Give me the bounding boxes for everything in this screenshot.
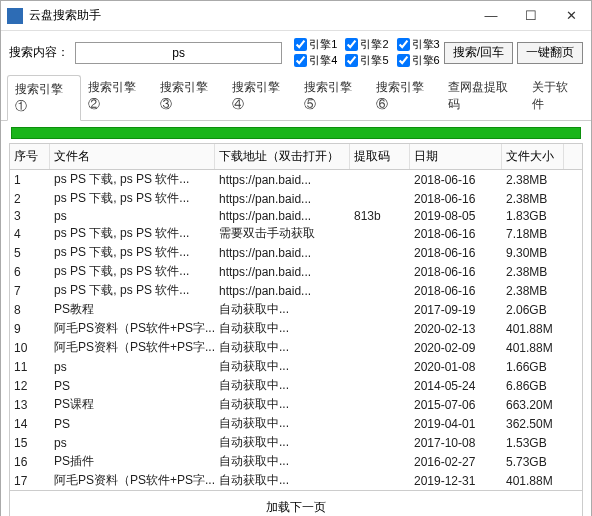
table-row[interactable]: 7ps PS 下载, ps PS 软件...https://pan.baid..… xyxy=(10,281,582,300)
table-row[interactable]: 9阿毛PS资料（PS软件+PS字...自动获取中...2020-02-13401… xyxy=(10,319,582,338)
col-size[interactable]: 文件大小 xyxy=(502,144,564,169)
cell-size: 2.38MB xyxy=(502,264,564,280)
maximize-button[interactable]: ☐ xyxy=(511,1,551,31)
cell-code xyxy=(350,233,410,235)
table-row[interactable]: 14PS自动获取中...2019-04-01362.50M xyxy=(10,414,582,433)
table-row[interactable]: 11ps自动获取中...2020-01-081.66GB xyxy=(10,357,582,376)
tab-engine-1[interactable]: 搜索引擎① xyxy=(7,75,81,121)
engine-2-checkbox[interactable]: 引擎2 xyxy=(345,37,388,52)
cell-date: 2016-02-27 xyxy=(410,454,502,470)
col-url[interactable]: 下载地址（双击打开） xyxy=(215,144,350,169)
engine-1-checkbox[interactable]: 引擎1 xyxy=(294,37,337,52)
engine-5-checkbox[interactable]: 引擎5 xyxy=(345,53,388,68)
cell-n: 13 xyxy=(10,397,50,413)
tab-engine-6[interactable]: 搜索引擎⑥ xyxy=(369,74,441,120)
results-table: 序号 文件名 下载地址（双击打开） 提取码 日期 文件大小 1ps PS 下载,… xyxy=(9,143,583,491)
load-more-button[interactable]: 加载下一页 xyxy=(9,491,583,516)
app-window: 云盘搜索助手 ― ☐ ✕ 搜索内容： 引擎1 引擎2 引擎3 引擎4 引擎5 引… xyxy=(0,0,592,516)
table-body[interactable]: 1ps PS 下载, ps PS 软件...https://pan.baid..… xyxy=(10,170,582,490)
window-title: 云盘搜索助手 xyxy=(29,7,471,24)
table-row[interactable]: 5ps PS 下载, ps PS 软件...https://pan.baid..… xyxy=(10,243,582,262)
cell-n: 9 xyxy=(10,321,50,337)
close-button[interactable]: ✕ xyxy=(551,1,591,31)
minimize-button[interactable]: ― xyxy=(471,1,511,31)
cell-url: 自动获取中... xyxy=(215,471,350,490)
tab-engine-5[interactable]: 搜索引擎⑤ xyxy=(297,74,369,120)
cell-name: ps PS 下载, ps PS 软件... xyxy=(50,262,215,281)
cell-url: 自动获取中... xyxy=(215,452,350,471)
cell-n: 3 xyxy=(10,208,50,224)
table-row[interactable]: 3pshttps://pan.baid...813b2019-08-051.83… xyxy=(10,208,582,224)
table-row[interactable]: 4ps PS 下载, ps PS 软件...需要双击手动获取2018-06-16… xyxy=(10,224,582,243)
table-row[interactable]: 10阿毛PS资料（PS软件+PS字...自动获取中...2020-02-0940… xyxy=(10,338,582,357)
cell-n: 10 xyxy=(10,340,50,356)
cell-code xyxy=(350,366,410,368)
cell-n: 16 xyxy=(10,454,50,470)
cell-url: https://pan.baid... xyxy=(215,208,350,224)
tab-engine-4[interactable]: 搜索引擎④ xyxy=(225,74,297,120)
cell-url: 需要双击手动获取 xyxy=(215,224,350,243)
cell-name: ps PS 下载, ps PS 软件... xyxy=(50,243,215,262)
cell-n: 12 xyxy=(10,378,50,394)
engine-4-checkbox[interactable]: 引擎4 xyxy=(294,53,337,68)
table-row[interactable]: 13PS课程自动获取中...2015-07-06663.20M xyxy=(10,395,582,414)
cell-size: 362.50M xyxy=(502,416,564,432)
cell-name: PS xyxy=(50,416,215,432)
cell-code xyxy=(350,461,410,463)
table-row[interactable]: 15ps自动获取中...2017-10-081.53GB xyxy=(10,433,582,452)
cell-code xyxy=(350,480,410,482)
cell-url: https://pan.baid... xyxy=(215,172,350,188)
cell-n: 1 xyxy=(10,172,50,188)
tab-engine-2[interactable]: 搜索引擎② xyxy=(81,74,153,120)
table-row[interactable]: 1ps PS 下载, ps PS 软件...https://pan.baid..… xyxy=(10,170,582,189)
cell-code xyxy=(350,252,410,254)
cell-date: 2019-12-31 xyxy=(410,473,502,489)
cell-size: 1.53GB xyxy=(502,435,564,451)
cell-code xyxy=(350,179,410,181)
table-row[interactable]: 8PS教程自动获取中...2017-09-192.06GB xyxy=(10,300,582,319)
table-row[interactable]: 12PS自动获取中...2014-05-246.86GB xyxy=(10,376,582,395)
cell-name: 阿毛PS资料（PS软件+PS字... xyxy=(50,471,215,490)
cell-date: 2018-06-16 xyxy=(410,283,502,299)
cell-n: 2 xyxy=(10,191,50,207)
cell-name: ps PS 下载, ps PS 软件... xyxy=(50,189,215,208)
page-button[interactable]: 一键翻页 xyxy=(517,42,583,64)
app-icon xyxy=(7,8,23,24)
cell-size: 401.88M xyxy=(502,340,564,356)
tab-about[interactable]: 关于软件 xyxy=(525,74,585,120)
search-button[interactable]: 搜索/回车 xyxy=(444,42,513,64)
cell-n: 5 xyxy=(10,245,50,261)
tab-extract-code[interactable]: 查网盘提取码 xyxy=(441,74,525,120)
table-row[interactable]: 6ps PS 下载, ps PS 软件...https://pan.baid..… xyxy=(10,262,582,281)
table-row[interactable]: 2ps PS 下载, ps PS 软件...https://pan.baid..… xyxy=(10,189,582,208)
cell-size: 6.86GB xyxy=(502,378,564,394)
titlebar: 云盘搜索助手 ― ☐ ✕ xyxy=(1,1,591,31)
engine-3-checkbox[interactable]: 引擎3 xyxy=(397,37,440,52)
cell-name: ps xyxy=(50,435,215,451)
table-row[interactable]: 16PS插件自动获取中...2016-02-275.73GB xyxy=(10,452,582,471)
col-filename[interactable]: 文件名 xyxy=(50,144,215,169)
cell-url: https://pan.baid... xyxy=(215,245,350,261)
cell-name: PS xyxy=(50,378,215,394)
cell-name: PS教程 xyxy=(50,300,215,319)
cell-url: https://pan.baid... xyxy=(215,191,350,207)
cell-name: ps PS 下载, ps PS 软件... xyxy=(50,224,215,243)
cell-url: 自动获取中... xyxy=(215,319,350,338)
cell-date: 2019-08-05 xyxy=(410,208,502,224)
col-date[interactable]: 日期 xyxy=(410,144,502,169)
search-input[interactable] xyxy=(75,42,282,64)
cell-size: 2.38MB xyxy=(502,283,564,299)
engine-6-checkbox[interactable]: 引擎6 xyxy=(397,53,440,68)
cell-code xyxy=(350,290,410,292)
tab-engine-3[interactable]: 搜索引擎③ xyxy=(153,74,225,120)
cell-n: 15 xyxy=(10,435,50,451)
cell-date: 2014-05-24 xyxy=(410,378,502,394)
table-row[interactable]: 17阿毛PS资料（PS软件+PS字...自动获取中...2019-12-3140… xyxy=(10,471,582,490)
cell-size: 2.38MB xyxy=(502,172,564,188)
col-code[interactable]: 提取码 xyxy=(350,144,410,169)
cell-date: 2018-06-16 xyxy=(410,226,502,242)
col-index[interactable]: 序号 xyxy=(10,144,50,169)
cell-n: 8 xyxy=(10,302,50,318)
cell-date: 2020-02-09 xyxy=(410,340,502,356)
cell-name: 阿毛PS资料（PS软件+PS字... xyxy=(50,338,215,357)
